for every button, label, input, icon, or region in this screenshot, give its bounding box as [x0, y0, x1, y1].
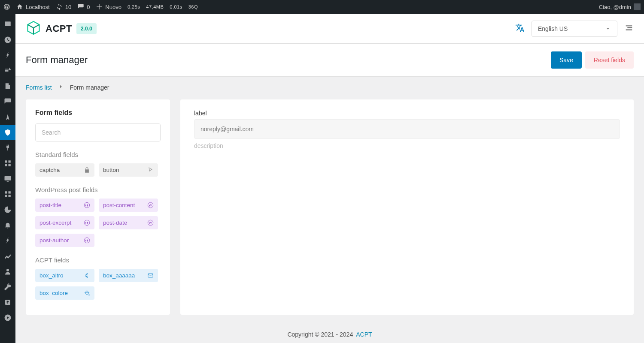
save-button[interactable]: Save [551, 51, 582, 69]
debug-queries[interactable]: 36Q [188, 4, 198, 9]
field-post-date[interactable]: post-date [99, 216, 158, 229]
language-select[interactable]: English US [532, 21, 617, 37]
paint-icon [84, 290, 90, 296]
logo-icon [26, 20, 41, 37]
euro-icon [84, 272, 90, 279]
wordpress-icon [147, 220, 154, 226]
svg-rect-1 [5, 160, 7, 162]
svg-point-11 [6, 269, 9, 271]
wp-fields-label: WordPress post fields [35, 186, 161, 193]
field-post-excerpt[interactable]: post-excerpt [35, 216, 94, 229]
greeting[interactable]: Ciao, @dmin [599, 3, 641, 10]
translate-icon[interactable] [515, 23, 525, 34]
menu-analytics[interactable] [0, 202, 15, 217]
svg-rect-4 [9, 164, 11, 166]
breadcrumb-current: Form manager [70, 84, 109, 91]
svg-rect-0 [5, 21, 11, 26]
field-box-aaaaaa[interactable]: box_aaaaaa [99, 269, 158, 282]
breadcrumb: Forms list Form manager [15, 77, 644, 99]
svg-rect-6 [7, 181, 9, 182]
comments-link[interactable]: 0 [77, 3, 90, 10]
version-badge: 2.0.0 [76, 23, 97, 34]
chevron-right-icon [58, 84, 64, 91]
menu-pages[interactable] [0, 79, 15, 93]
app-topbar: ACPT 2.0.0 English US [15, 14, 644, 44]
field-box-colore[interactable]: box_colore [35, 286, 94, 300]
wp-admin-menu [0, 14, 15, 343]
chevron-down-icon [605, 26, 611, 32]
wp-logo[interactable] [3, 3, 10, 10]
brand-name: ACPT [46, 23, 72, 34]
svg-point-20 [88, 295, 90, 296]
breadcrumb-root[interactable]: Forms list [26, 84, 52, 91]
menu-export[interactable] [0, 295, 15, 310]
menu-wrench[interactable] [0, 280, 15, 294]
canvas-field-label: label [194, 110, 620, 117]
field-post-author[interactable]: post-author [35, 234, 94, 247]
svg-rect-10 [9, 195, 11, 197]
menu-play[interactable] [0, 310, 15, 325]
wordpress-icon [84, 220, 90, 226]
lock-icon [84, 167, 90, 173]
field-captcha[interactable]: captcha [35, 163, 94, 177]
fields-heading: Form fields [35, 109, 161, 117]
menu-posts[interactable] [0, 48, 15, 63]
menu-grid-alt[interactable] [0, 187, 15, 202]
svg-rect-7 [5, 191, 7, 193]
wordpress-icon [84, 202, 90, 208]
menu-notifications[interactable] [0, 218, 15, 232]
menu-acpt[interactable] [0, 125, 15, 140]
menu-settings[interactable] [0, 249, 15, 263]
main-area: ACPT 2.0.0 English US Form manager Save … [15, 14, 644, 343]
menu-users[interactable] [0, 264, 15, 279]
wp-admin-bar: Localhost 10 0 Nuovo 0,25s 47,4MB 0,01s … [0, 0, 644, 14]
standard-fields-label: Standard fields [35, 151, 161, 158]
collapse-menu-icon[interactable] [624, 23, 634, 34]
brand: ACPT 2.0.0 [26, 20, 97, 37]
site-link[interactable]: Localhost [16, 3, 50, 10]
menu-plugins[interactable] [0, 141, 15, 155]
menu-grid[interactable] [0, 156, 15, 171]
svg-rect-2 [9, 160, 11, 162]
mail-icon [147, 272, 154, 279]
page-header: Form manager Save Reset fields [15, 44, 644, 77]
field-post-title[interactable]: post-title [35, 199, 94, 212]
svg-rect-5 [5, 176, 11, 181]
updates-link[interactable]: 10 [56, 3, 71, 10]
wordpress-icon [147, 202, 154, 208]
menu-dashboard[interactable] [0, 17, 15, 32]
footer-link[interactable]: ACPT [356, 331, 372, 338]
svg-rect-9 [5, 195, 7, 197]
field-post-content[interactable]: post-content [99, 199, 158, 212]
canvas-field-input[interactable] [194, 119, 620, 139]
wordpress-icon [84, 237, 90, 244]
menu-updates[interactable] [0, 33, 15, 47]
svg-rect-8 [9, 191, 11, 193]
menu-appearance[interactable] [0, 110, 15, 124]
svg-rect-3 [5, 164, 7, 166]
footer: Copyright © 2021 - 2024 ACPT [15, 326, 644, 343]
debug-memory[interactable]: 47,4MB [146, 4, 164, 9]
reset-button[interactable]: Reset fields [585, 51, 634, 69]
form-canvas: label description [180, 99, 634, 315]
field-box-altro[interactable]: box_altro [35, 269, 94, 282]
svg-rect-19 [148, 274, 153, 277]
menu-comments[interactable] [0, 94, 15, 109]
avatar-icon [634, 3, 641, 10]
menu-screen[interactable] [0, 172, 15, 186]
canvas-field-description: description [194, 142, 620, 149]
language-value: English US [538, 25, 568, 32]
menu-media[interactable] [0, 63, 15, 78]
debug-timing[interactable]: 0,25s [128, 4, 140, 9]
field-button[interactable]: button [99, 163, 158, 177]
search-input[interactable] [35, 123, 161, 141]
acpt-fields-label: ACPT fields [35, 256, 161, 264]
fields-panel: Form fields Standard fields captcha butt… [26, 99, 170, 315]
debug-query-time[interactable]: 0,01s [170, 4, 182, 9]
cursor-icon [147, 167, 154, 173]
menu-tools[interactable] [0, 233, 15, 248]
new-link[interactable]: Nuovo [96, 3, 122, 10]
page-title: Form manager [26, 54, 88, 66]
